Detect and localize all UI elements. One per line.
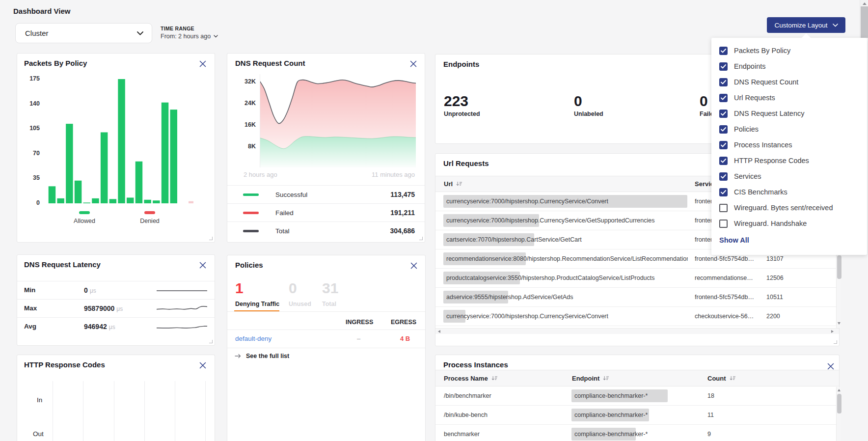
latency-label: Avg bbox=[24, 323, 36, 330]
service-cell: frontend-5fc5754db… bbox=[695, 294, 763, 301]
resize-handle[interactable] bbox=[419, 237, 423, 240]
table-row[interactable]: productcatalogservice:3550/hipstershop.P… bbox=[435, 269, 839, 288]
view-select[interactable]: Cluster bbox=[15, 23, 152, 43]
count-cell: 13107 bbox=[766, 255, 784, 262]
resize-handle[interactable] bbox=[209, 340, 213, 343]
y-tick-label: 8K bbox=[240, 143, 256, 150]
checkbox-checked-icon[interactable] bbox=[719, 78, 728, 86]
url-cell: currencyservice:7000/hipstershop.Currenc… bbox=[446, 217, 688, 224]
gridline bbox=[83, 381, 83, 441]
close-icon[interactable] bbox=[199, 362, 206, 370]
checkbox-checked-icon[interactable] bbox=[719, 172, 728, 181]
checkbox-checked-icon[interactable] bbox=[719, 62, 728, 71]
url-table-scrollbar-horizontal[interactable] bbox=[435, 328, 839, 334]
dropdown-item-http-response-codes[interactable]: HTTP Response Codes bbox=[719, 153, 809, 168]
dropdown-item-endpoints[interactable]: Endpoints bbox=[719, 58, 766, 74]
dns-legend-row-total[interactable]: Total304,686 bbox=[227, 221, 425, 240]
table-row[interactable]: adservice:9555/hipstershop.AdService/Get… bbox=[435, 288, 839, 307]
legend-item-denied[interactable]: Denied bbox=[135, 211, 164, 224]
checkbox-unchecked-icon[interactable] bbox=[719, 204, 728, 212]
dns-legend-row-successful[interactable]: Successful113,475 bbox=[227, 185, 425, 203]
close-icon[interactable] bbox=[410, 60, 417, 69]
x-axis-start-label: 2 hours ago bbox=[244, 171, 277, 178]
count-cell: 11 bbox=[707, 412, 714, 418]
dropdown-item-label: DNS Request Count bbox=[734, 78, 798, 86]
scrollbar-thumb[interactable] bbox=[837, 394, 841, 413]
table-row[interactable]: /bin/benchmarkercompliance-benchmarker-*… bbox=[435, 386, 839, 406]
process-table-scrollbar-vertical[interactable] bbox=[836, 387, 841, 441]
close-icon[interactable] bbox=[199, 262, 206, 270]
scroll-right-icon[interactable] bbox=[831, 330, 834, 333]
legend-label: Allowed bbox=[74, 218, 95, 224]
scroll-up-icon[interactable] bbox=[838, 389, 841, 391]
latency-row-min: Min0μs bbox=[17, 281, 215, 299]
legend-label: Failed bbox=[275, 209, 294, 217]
checkbox-checked-icon[interactable] bbox=[719, 188, 728, 196]
http-response-codes-title: HTTP Response Codes bbox=[24, 360, 105, 369]
latency-row-max: Max95879000μs bbox=[17, 299, 215, 317]
row-label-in: In bbox=[37, 396, 42, 404]
table-row[interactable]: /bin/kube-benchcompliance-benchmarker-*1… bbox=[435, 406, 839, 425]
stat-label: Unprotected bbox=[444, 110, 480, 117]
latency-row-avg: Avg946942μs bbox=[17, 317, 215, 335]
table-row[interactable]: currencyservice:7000/hipstershop.Currenc… bbox=[435, 307, 839, 326]
resize-handle[interactable] bbox=[834, 340, 837, 344]
checkbox-checked-icon[interactable] bbox=[719, 125, 728, 134]
dropdown-item-wireguard-handshake[interactable]: Wireguard. Handshake bbox=[719, 216, 807, 231]
table-row[interactable]: benchmarkercompliance-benchmarker-*9 bbox=[435, 425, 839, 441]
count-column-header[interactable]: Count bbox=[707, 375, 736, 382]
policies-tab-denying-traffic[interactable]: Denying Traffic bbox=[235, 301, 279, 307]
dropdown-item-policies[interactable]: Policies bbox=[719, 121, 759, 137]
scroll-left-icon[interactable] bbox=[438, 330, 440, 333]
show-all-link[interactable]: Show All bbox=[719, 236, 749, 244]
dropdown-item-label: Services bbox=[734, 172, 761, 180]
policies-tab-unused[interactable]: Unused bbox=[289, 301, 311, 307]
endpoint-column-header[interactable]: Endpoint bbox=[572, 375, 609, 382]
dns-legend-row-failed[interactable]: Failed191,211 bbox=[227, 203, 425, 221]
dropdown-item-process-instances[interactable]: Process Instances bbox=[719, 137, 792, 153]
y-tick-label: 32K bbox=[240, 78, 256, 85]
scroll-down-icon[interactable] bbox=[838, 322, 841, 325]
count-cell: 10511 bbox=[766, 294, 783, 301]
view-select-value: Cluster bbox=[25, 29, 49, 37]
dropdown-item-dns-request-latency[interactable]: DNS Request Latency bbox=[719, 106, 804, 121]
legend-item-allowed[interactable]: Allowed bbox=[70, 211, 99, 224]
policy-egress-value: 4 B bbox=[400, 335, 410, 342]
gridline bbox=[144, 381, 145, 441]
checkbox-checked-icon[interactable] bbox=[719, 157, 728, 165]
packets-by-policy-card: Packets By Policy 17514010570350 Allowed… bbox=[17, 53, 215, 243]
customize-layout-dropdown: Packets By PolicyEndpointsDNS Request Co… bbox=[711, 38, 867, 255]
page-scrollbar[interactable] bbox=[860, 0, 868, 39]
process-name-cell: /bin/kube-bench bbox=[444, 412, 488, 418]
policies-tab-total[interactable]: Total bbox=[322, 301, 336, 307]
dropdown-item-label: Wireguard. Handshake bbox=[734, 220, 807, 227]
dropdown-item-url-requests[interactable]: Url Requests bbox=[719, 90, 775, 106]
page-scrollbar-thumb[interactable] bbox=[861, 6, 868, 38]
dropdown-item-services[interactable]: Services bbox=[719, 168, 761, 184]
dropdown-item-wireguard-bytes-sent-received[interactable]: Wireguard. Bytes sent/received bbox=[719, 200, 833, 216]
dropdown-item-dns-request-count[interactable]: DNS Request Count bbox=[719, 74, 798, 90]
checkbox-unchecked-icon[interactable] bbox=[719, 220, 728, 228]
unit-label: μs bbox=[109, 324, 115, 331]
close-icon[interactable] bbox=[410, 262, 417, 271]
url-column-header[interactable]: Url bbox=[444, 180, 462, 188]
customize-layout-button[interactable]: Customize Layout bbox=[767, 17, 845, 33]
checkbox-checked-icon[interactable] bbox=[719, 110, 728, 118]
process-name-column-header[interactable]: Process Name bbox=[444, 375, 498, 382]
scroll-up-icon[interactable] bbox=[863, 2, 867, 5]
dropdown-item-packets-by-policy[interactable]: Packets By Policy bbox=[719, 43, 790, 58]
dropdown-item-cis-benchmarks[interactable]: CIS Benchmarks bbox=[719, 184, 787, 200]
policy-link[interactable]: default-deny bbox=[235, 335, 271, 342]
dropdown-item-label: Packets By Policy bbox=[734, 47, 790, 55]
time-range-value-row[interactable]: From: 2 hours ago bbox=[161, 33, 218, 40]
policies-title: Policies bbox=[235, 261, 263, 269]
sort-icon bbox=[491, 376, 498, 381]
scrollbar-thumb[interactable] bbox=[837, 255, 841, 279]
checkbox-checked-icon[interactable] bbox=[719, 94, 728, 102]
checkbox-checked-icon[interactable] bbox=[719, 141, 728, 149]
see-full-list-link[interactable]: See the full list bbox=[235, 353, 289, 359]
url-cell: cartservice:7070/hipstershop.CartService… bbox=[446, 236, 688, 243]
process-instances-title: Process Instances bbox=[443, 360, 508, 369]
resize-handle[interactable] bbox=[209, 237, 213, 240]
checkbox-checked-icon[interactable] bbox=[719, 47, 728, 55]
